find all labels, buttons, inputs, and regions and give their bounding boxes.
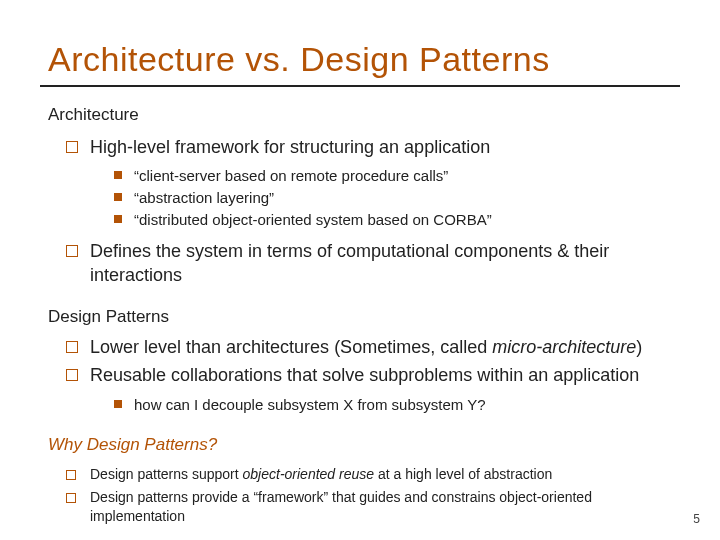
dp-list: Lower level than architectures (Sometime… [66,335,672,415]
list-item: how can I decouple subsystem X from subs… [114,394,672,416]
list-item: Lower level than architectures (Sometime… [66,335,672,359]
page-title: Architecture vs. Design Patterns [48,40,672,79]
list-item-text-post: at a high level of abstraction [374,466,552,482]
list-item: Design patterns support object-oriented … [66,465,672,484]
arch-list: High-level framework for structuring an … [66,135,672,287]
list-item: “distributed object-oriented system base… [114,209,672,231]
title-rule [40,85,680,87]
why-list: Design patterns support object-oriented … [66,465,672,526]
list-item: Reusable collaborations that solve subpr… [66,363,672,415]
list-item-text: “abstraction layering” [134,189,274,206]
dp-sublist: how can I decouple subsystem X from subs… [114,394,672,416]
list-item-text-pre: Design patterns support [90,466,243,482]
list-item-text: Reusable collaborations that solve subpr… [90,365,639,385]
list-item: High-level framework for structuring an … [66,135,672,231]
section-why-label: Why Design Patterns? [48,435,672,455]
list-item-text-post: ) [636,337,642,357]
list-item-text-italic: object-oriented reuse [243,466,375,482]
list-item: Defines the system in terms of computati… [66,239,672,288]
list-item-text-italic: micro-architecture [492,337,636,357]
list-item-text: “distributed object-oriented system base… [134,211,492,228]
list-item-text-pre: Lower level than architectures (Sometime… [90,337,492,357]
list-item-text: “client-server based on remote procedure… [134,167,448,184]
list-item-text: Defines the system in terms of computati… [90,241,609,285]
list-item: Design patterns provide a “framework” th… [66,488,672,526]
list-item: “client-server based on remote procedure… [114,165,672,187]
list-item-text: how can I decouple subsystem X from subs… [134,396,486,413]
list-item-text: Design patterns provide a “framework” th… [90,489,592,524]
slide: Architecture vs. Design Patterns Archite… [0,0,720,540]
page-number: 5 [693,512,700,526]
section-design-patterns-label: Design Patterns [48,307,672,327]
list-item-text: High-level framework for structuring an … [90,137,490,157]
arch-sublist: “client-server based on remote procedure… [114,165,672,230]
list-item: “abstraction layering” [114,187,672,209]
section-architecture-label: Architecture [48,105,672,125]
